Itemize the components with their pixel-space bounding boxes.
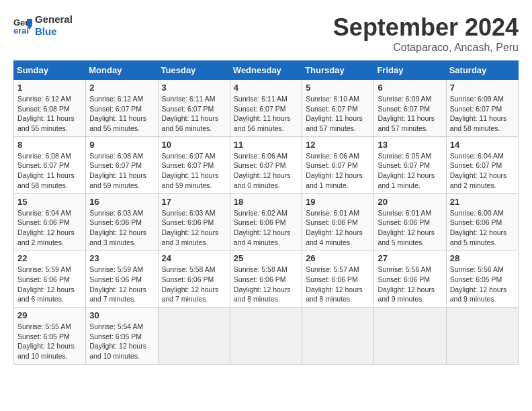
calendar-cell: 8 Sunrise: 6:08 AMSunset: 6:07 PMDayligh… — [14, 136, 86, 193]
day-info: Sunrise: 6:09 AMSunset: 6:07 PMDaylight:… — [378, 94, 442, 134]
day-number: 23 — [89, 253, 154, 263]
day-info: Sunrise: 5:58 AMSunset: 6:06 PMDaylight:… — [162, 265, 226, 304]
weekday-header-monday: Monday — [86, 61, 158, 80]
calendar-cell: 24 Sunrise: 5:58 AMSunset: 6:06 PMDaylig… — [158, 250, 230, 308]
day-info: Sunrise: 5:56 AMSunset: 6:06 PMDaylight:… — [378, 265, 442, 304]
day-info: Sunrise: 5:55 AMSunset: 6:05 PMDaylight:… — [17, 322, 82, 361]
day-info: Sunrise: 6:02 AMSunset: 6:06 PMDaylight:… — [234, 208, 298, 248]
day-info: Sunrise: 5:54 AMSunset: 6:05 PMDaylight:… — [89, 322, 154, 361]
calendar-cell: 9 Sunrise: 6:08 AMSunset: 6:07 PMDayligh… — [86, 136, 158, 193]
day-info: Sunrise: 5:57 AMSunset: 6:06 PMDaylight:… — [306, 265, 370, 304]
title-block: September 2024 Cotaparaco, Ancash, Peru — [333, 13, 519, 54]
day-number: 12 — [306, 140, 370, 150]
day-number: 3 — [162, 83, 226, 93]
calendar-cell: 4 Sunrise: 6:11 AMSunset: 6:07 PMDayligh… — [230, 80, 302, 137]
day-info: Sunrise: 5:58 AMSunset: 6:06 PMDaylight:… — [234, 265, 298, 304]
logo-icon: Gen eral — [13, 16, 32, 35]
calendar-table: SundayMondayTuesdayWednesdayThursdayFrid… — [13, 60, 519, 365]
day-number: 10 — [162, 140, 226, 150]
day-info: Sunrise: 6:01 AMSunset: 6:06 PMDaylight:… — [378, 208, 442, 248]
weekday-header-tuesday: Tuesday — [158, 61, 230, 80]
day-number: 26 — [306, 253, 370, 263]
day-info: Sunrise: 5:59 AMSunset: 6:06 PMDaylight:… — [89, 265, 154, 304]
weekday-header-saturday: Saturday — [446, 61, 518, 80]
weekday-header-row: SundayMondayTuesdayWednesdayThursdayFrid… — [14, 61, 519, 80]
calendar-cell: 17 Sunrise: 6:03 AMSunset: 6:06 PMDaylig… — [158, 193, 230, 250]
calendar-cell: 13 Sunrise: 6:05 AMSunset: 6:07 PMDaylig… — [374, 136, 446, 193]
day-info: Sunrise: 6:06 AMSunset: 6:07 PMDaylight:… — [306, 151, 370, 191]
location: Cotaparaco, Ancash, Peru — [333, 42, 519, 54]
day-number: 20 — [378, 197, 442, 207]
day-info: Sunrise: 6:08 AMSunset: 6:07 PMDaylight:… — [17, 151, 82, 191]
calendar-cell — [230, 308, 302, 365]
calendar-cell: 11 Sunrise: 6:06 AMSunset: 6:07 PMDaylig… — [230, 136, 302, 193]
month-title: September 2024 — [333, 13, 519, 42]
calendar-cell: 25 Sunrise: 5:58 AMSunset: 6:06 PMDaylig… — [230, 250, 302, 308]
day-info: Sunrise: 6:10 AMSunset: 6:07 PMDaylight:… — [306, 94, 370, 134]
day-number: 8 — [17, 140, 82, 150]
day-number: 25 — [234, 253, 298, 263]
calendar-cell: 29 Sunrise: 5:55 AMSunset: 6:05 PMDaylig… — [14, 308, 86, 365]
calendar-cell: 18 Sunrise: 6:02 AMSunset: 6:06 PMDaylig… — [230, 193, 302, 250]
day-info: Sunrise: 6:03 AMSunset: 6:06 PMDaylight:… — [162, 208, 226, 248]
day-number: 1 — [17, 83, 82, 93]
day-info: Sunrise: 6:12 AMSunset: 6:08 PMDaylight:… — [17, 94, 82, 134]
calendar-cell: 1 Sunrise: 6:12 AMSunset: 6:08 PMDayligh… — [14, 80, 86, 137]
day-info: Sunrise: 6:11 AMSunset: 6:07 PMDaylight:… — [162, 94, 226, 134]
day-number: 4 — [234, 83, 298, 93]
logo-general-text: General — [35, 13, 73, 26]
calendar-cell: 7 Sunrise: 6:09 AMSunset: 6:07 PMDayligh… — [446, 80, 518, 137]
day-info: Sunrise: 6:12 AMSunset: 6:07 PMDaylight:… — [89, 94, 154, 134]
logo: Gen eral General Blue — [13, 13, 73, 38]
day-number: 21 — [450, 197, 515, 207]
day-number: 6 — [378, 83, 442, 93]
day-info: Sunrise: 6:04 AMSunset: 6:06 PMDaylight:… — [17, 208, 82, 248]
day-info: Sunrise: 6:06 AMSunset: 6:07 PMDaylight:… — [234, 151, 298, 191]
day-number: 16 — [89, 197, 154, 207]
calendar-week-row: 22 Sunrise: 5:59 AMSunset: 6:06 PMDaylig… — [14, 250, 519, 308]
day-info: Sunrise: 6:03 AMSunset: 6:06 PMDaylight:… — [89, 208, 154, 248]
calendar-cell: 21 Sunrise: 6:00 AMSunset: 6:06 PMDaylig… — [446, 193, 518, 250]
calendar-cell: 6 Sunrise: 6:09 AMSunset: 6:07 PMDayligh… — [374, 80, 446, 137]
calendar-cell: 3 Sunrise: 6:11 AMSunset: 6:07 PMDayligh… — [158, 80, 230, 137]
calendar-week-row: 8 Sunrise: 6:08 AMSunset: 6:07 PMDayligh… — [14, 136, 519, 193]
weekday-header-sunday: Sunday — [14, 61, 86, 80]
calendar-cell: 15 Sunrise: 6:04 AMSunset: 6:06 PMDaylig… — [14, 193, 86, 250]
calendar-cell — [446, 308, 518, 365]
day-number: 22 — [17, 253, 82, 263]
calendar-cell: 23 Sunrise: 5:59 AMSunset: 6:06 PMDaylig… — [86, 250, 158, 308]
calendar-body: 1 Sunrise: 6:12 AMSunset: 6:08 PMDayligh… — [14, 80, 519, 365]
day-number: 30 — [89, 310, 154, 320]
calendar-cell: 2 Sunrise: 6:12 AMSunset: 6:07 PMDayligh… — [86, 80, 158, 137]
calendar-cell: 30 Sunrise: 5:54 AMSunset: 6:05 PMDaylig… — [86, 308, 158, 365]
day-number: 9 — [89, 140, 154, 150]
day-number: 24 — [162, 253, 226, 263]
calendar-cell: 22 Sunrise: 5:59 AMSunset: 6:06 PMDaylig… — [14, 250, 86, 308]
day-number: 27 — [378, 253, 442, 263]
calendar-cell: 14 Sunrise: 6:04 AMSunset: 6:07 PMDaylig… — [446, 136, 518, 193]
calendar-cell: 28 Sunrise: 5:56 AMSunset: 6:05 PMDaylig… — [446, 250, 518, 308]
day-number: 15 — [17, 197, 82, 207]
page-header: Gen eral General Blue September 2024 Cot… — [13, 13, 519, 54]
calendar-cell — [158, 308, 230, 365]
calendar-cell: 5 Sunrise: 6:10 AMSunset: 6:07 PMDayligh… — [302, 80, 374, 137]
day-number: 11 — [234, 140, 298, 150]
calendar-week-row: 1 Sunrise: 6:12 AMSunset: 6:08 PMDayligh… — [14, 80, 519, 137]
day-number: 7 — [450, 83, 515, 93]
weekday-header-wednesday: Wednesday — [230, 61, 302, 80]
day-number: 18 — [234, 197, 298, 207]
day-number: 28 — [450, 253, 515, 263]
day-info: Sunrise: 6:11 AMSunset: 6:07 PMDaylight:… — [234, 94, 298, 134]
calendar-cell: 16 Sunrise: 6:03 AMSunset: 6:06 PMDaylig… — [86, 193, 158, 250]
calendar-cell: 26 Sunrise: 5:57 AMSunset: 6:06 PMDaylig… — [302, 250, 374, 308]
calendar-cell: 27 Sunrise: 5:56 AMSunset: 6:06 PMDaylig… — [374, 250, 446, 308]
day-info: Sunrise: 6:05 AMSunset: 6:07 PMDaylight:… — [378, 151, 442, 191]
day-number: 5 — [306, 83, 370, 93]
day-info: Sunrise: 6:07 AMSunset: 6:07 PMDaylight:… — [162, 151, 226, 191]
day-info: Sunrise: 6:00 AMSunset: 6:06 PMDaylight:… — [450, 208, 515, 248]
logo-blue-text: Blue — [35, 26, 73, 38]
day-number: 2 — [89, 83, 154, 93]
calendar-cell — [374, 308, 446, 365]
calendar-week-row: 15 Sunrise: 6:04 AMSunset: 6:06 PMDaylig… — [14, 193, 519, 250]
calendar-cell: 19 Sunrise: 6:01 AMSunset: 6:06 PMDaylig… — [302, 193, 374, 250]
